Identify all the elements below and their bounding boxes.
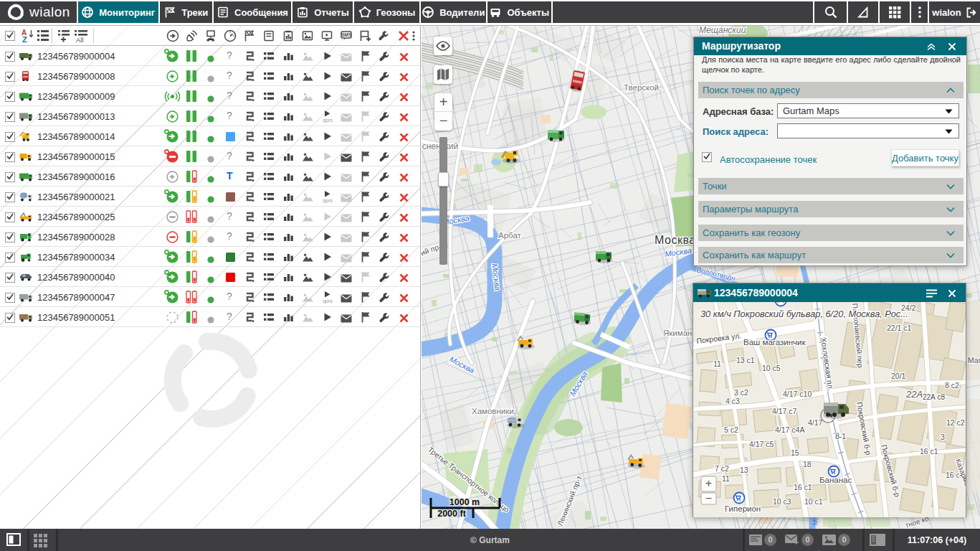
svg-text:Арбат: Арбат (498, 231, 522, 240)
svg-text:20/1: 20/1 (891, 372, 906, 380)
svg-text:Бананас: Бананас (819, 476, 852, 484)
svg-text:8 с2: 8 с2 (945, 381, 959, 390)
svg-text:4/17 с4А: 4/17 с4А (775, 425, 804, 434)
svg-text:4/17 с7: 4/17 с7 (772, 407, 797, 415)
svg-text:gprs: gprs (323, 118, 333, 123)
svg-text:3: 3 (941, 433, 945, 441)
svg-text:4 с3: 4 с3 (726, 397, 740, 405)
svg-text:Гиперион: Гиперион (725, 504, 761, 513)
svg-text:11: 11 (713, 359, 721, 368)
svg-text:10 с5: 10 с5 (762, 364, 781, 372)
svg-text:gprs: gprs (323, 198, 333, 204)
svg-text:Москва: Москва (655, 234, 696, 246)
svg-text:Мещанский: Мещанский (699, 26, 746, 35)
svg-text:15: 15 (791, 448, 799, 457)
svg-text:+: + (705, 477, 712, 489)
svg-text:10 с3: 10 с3 (773, 497, 791, 506)
svg-text:22А: 22А (905, 389, 923, 400)
svg-text:30 км/ч Покровский бульвар,: 30 км/ч Покровский бульвар, 6/20, Москва… (700, 309, 908, 319)
svg-text:22/1 с1: 22/1 с1 (887, 324, 912, 332)
svg-text:16 с1: 16 с1 (920, 447, 938, 456)
svg-text:Маг: Маг (968, 356, 980, 364)
svg-text:Хамовники: Хамовники (472, 407, 514, 415)
svg-text:16 с1: 16 с1 (794, 483, 812, 491)
svg-text:8-1: 8-1 (835, 432, 846, 441)
svg-text:−: − (705, 492, 712, 504)
svg-text:10 с1: 10 с1 (804, 497, 823, 506)
svg-text:All: All (76, 36, 84, 43)
svg-text:22А с8: 22А с8 (923, 393, 946, 401)
svg-text:5 с2: 5 с2 (724, 425, 738, 434)
svg-text:3 с2: 3 с2 (734, 388, 748, 397)
svg-text:gprs: gprs (323, 298, 333, 304)
svg-text:12 с2: 12 с2 (946, 418, 965, 427)
svg-text:4/17: 4/17 (808, 418, 823, 427)
svg-text:1000 m: 1000 m (449, 497, 480, 507)
svg-text:SMS: SMS (341, 32, 352, 37)
svg-text:13 с1: 13 с1 (736, 356, 755, 364)
svg-text:13: 13 (740, 466, 748, 474)
svg-text:4/17 с10: 4/17 с10 (783, 390, 812, 398)
svg-text:11: 11 (722, 474, 730, 483)
svg-text:7 с2: 7 с2 (715, 464, 729, 473)
svg-text:Ваш магазинчик: Ваш магазинчик (743, 338, 806, 347)
svg-text:Z: Z (22, 35, 27, 43)
svg-text:18: 18 (803, 460, 812, 468)
svg-text:Тверской: Тверской (624, 83, 659, 92)
svg-text:2000 ft: 2000 ft (437, 509, 466, 519)
svg-text:4/17 с5: 4/17 с5 (749, 440, 774, 448)
